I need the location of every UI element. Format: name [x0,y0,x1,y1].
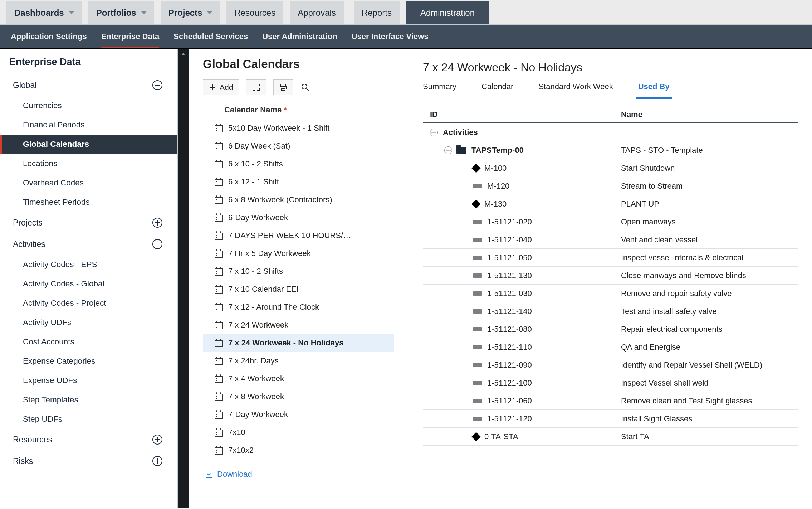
sidebar-item-currencies[interactable]: Currencies [0,96,177,115]
calendar-row[interactable]: 7 x 4 Workweek [203,370,394,388]
calendar-row[interactable]: 5x10 Day Workweek - 1 Shift [203,119,394,137]
svg-point-3 [302,84,307,89]
sidebar-item-locations[interactable]: Locations [0,154,177,173]
sidebar-item-activity-codes-eps[interactable]: Activity Codes - EPS [0,255,177,274]
calendar-row[interactable]: 7 x 24hr. Days [203,352,394,370]
sidebar-cat-activities[interactable]: Activities [0,233,177,255]
sidebar-item-expense-categories[interactable]: Expense Categories [0,352,177,371]
home-tab-resources[interactable]: Resources [226,1,283,24]
sub-tab-scheduled-services[interactable]: Scheduled Services [173,24,248,49]
usedby-row[interactable]: 1-51121-030Remove and repair safety valv… [423,285,798,302]
calendar-row[interactable]: 7 x 24 Workweek - No Holidays [203,334,394,352]
calendar-name: 6 Day Week (Sat) [228,141,290,151]
usedby-row[interactable]: 1-51121-130Close manways and Remove blin… [423,267,798,285]
calendar-row[interactable]: 7 x 10 Calendar EEI [203,280,394,298]
sidebar-item-global-calendars[interactable]: Global Calendars [0,135,177,154]
home-tab-approvals[interactable]: Approvals [290,1,344,24]
calendar-row[interactable]: 7 DAYS PER WEEK 10 HOURS/… [203,227,394,244]
home-tab-administration[interactable]: Administration [406,1,489,24]
print-button[interactable] [273,79,293,95]
task-icon [473,399,482,403]
search-button[interactable] [300,83,315,92]
usedby-row[interactable]: 1-51121-050Inspect vessel internals & el… [423,249,798,267]
col-name[interactable]: Name [616,110,798,119]
calendar-row[interactable]: 7 x 10 - 2 Shifts [203,262,394,280]
calendar-row[interactable]: 6 x 8 Workweek (Contractors) [203,191,394,209]
download-label: Download [217,470,252,479]
usedby-name: Stream to Stream [616,181,798,191]
calendar-row[interactable]: 6 Day Week (Sat) [203,137,394,155]
home-tab-projects[interactable]: Projects [161,1,220,24]
usedby-row[interactable]: TAPSTemp-00TAPS - STO - Template [423,141,798,159]
usedby-row[interactable]: M-120Stream to Stream [423,177,798,195]
sub-tab-application-settings[interactable]: Application Settings [11,24,87,49]
usedby-row[interactable]: 1-51121-020Open manways [423,213,798,231]
sub-tab-enterprise-data[interactable]: Enterprise Data [101,24,160,49]
sidebar-item-step-templates[interactable]: Step Templates [0,390,177,409]
sidebar-item-activity-udfs[interactable]: Activity UDFs [0,313,177,332]
sidebar-item-expense-udfs[interactable]: Expense UDFs [0,371,177,390]
usedby-row[interactable]: 1-51121-060Remove clean and Test Sight g… [423,392,798,410]
add-button[interactable]: Add [203,79,239,95]
collapse-icon [152,80,162,90]
collapse-icon[interactable] [430,129,438,136]
calendar-row[interactable]: 7-Day Workweek [203,406,394,423]
column-header[interactable]: Calendar Name * [203,102,394,119]
sidebar-item-step-udfs[interactable]: Step UDFs [0,409,177,429]
detail-tab-used-by[interactable]: Used By [638,82,670,98]
sub-tab-user-interface-views[interactable]: User Interface Views [352,24,429,49]
detail-tab-standard-work-week[interactable]: Standard Work Week [538,82,613,98]
collapse-icon[interactable] [444,146,452,154]
usedby-row[interactable]: 1-51121-140Test and install safety valve [423,302,798,320]
sidebar-cat-projects[interactable]: Projects [0,212,177,233]
calendar-table[interactable]: 5x10 Day Workweek - 1 Shift6 Day Week (S… [203,119,394,462]
calendar-row[interactable]: 6 x 10 - 2 Shifts [203,155,394,173]
detail-tab-summary[interactable]: Summary [423,82,456,98]
usedby-id: 1-51121-020 [487,217,532,227]
splitter[interactable] [178,49,189,508]
calendar-row[interactable]: 7x10x2 [203,441,394,459]
sidebar-item-cost-accounts[interactable]: Cost Accounts [0,332,177,352]
sidebar-item-financial-periods[interactable]: Financial Periods [0,115,177,135]
calendar-row[interactable]: 7 x 8 Workweek [203,388,394,406]
calendar-row[interactable]: 6 x 12 - 1 Shift [203,173,394,191]
usedby-id: 0-TA-STA [484,432,518,441]
sidebar-scroll[interactable]: GlobalCurrenciesFinancial PeriodsGlobal … [0,74,177,508]
sidebar-item-overhead-codes[interactable]: Overhead Codes [0,173,177,193]
usedby-row[interactable]: M-130PLANT UP [423,195,798,213]
usedby-row[interactable]: 1-51121-080Repair electrical components [423,320,798,338]
calendar-name: 5x10 Day Workweek - 1 Shift [228,123,329,133]
home-tab-dashboards[interactable]: Dashboards [6,1,82,24]
calendar-row[interactable]: 7x10 [203,423,394,441]
usedby-id: TAPSTemp-00 [471,146,524,155]
usedby-row[interactable]: 1-51121-040Vent and clean vessel [423,231,798,249]
usedby-row[interactable]: M-100Start Shutdown [423,159,798,177]
sidebar-cat-resources[interactable]: Resources [0,429,177,450]
sub-tab-user-administration[interactable]: User Administration [262,24,337,49]
calendar-row[interactable]: 7 x 24 Workweek [203,316,394,334]
col-id[interactable]: ID [423,110,616,119]
usedby-row[interactable]: 1-51121-100Inspect Vessel shell weld [423,374,798,392]
expand-button[interactable] [246,79,266,95]
home-tab-reports[interactable]: Reports [354,1,400,24]
sidebar-item-activity-codes-project[interactable]: Activity Codes - Project [0,294,177,313]
calendar-row[interactable]: 7 x 12 - Around The Clock [203,298,394,316]
usedby-row[interactable]: 0-TA-STAStart TA [423,428,798,446]
task-icon [473,345,482,349]
usedby-row[interactable]: Activities [423,123,798,141]
calendar-name: 7 x 24 Workweek [228,320,288,330]
sidebar-item-timesheet-periods[interactable]: Timesheet Periods [0,193,177,212]
sidebar-item-activity-codes-global[interactable]: Activity Codes - Global [0,274,177,294]
usedby-row[interactable]: 1-51121-120Install Sight Glasses [423,410,798,428]
calendar-row[interactable]: 7 Hr x 5 Day Workweek [203,244,394,262]
detail-title: 7 x 24 Workweek - No Holidays [423,61,798,74]
usedby-row[interactable]: 1-51121-090Identify and Repair Vessel Sh… [423,356,798,374]
home-tab-portfolios[interactable]: Portfolios [88,1,154,24]
detail-tab-calendar[interactable]: Calendar [481,82,513,98]
calendar-row[interactable]: 6-Day Workweek [203,209,394,227]
download-link[interactable]: Download [205,470,252,479]
usedby-row[interactable]: 1-51121-110QA and Energise [423,338,798,356]
usedby-id: Activities [443,128,478,137]
sidebar-cat-risks[interactable]: Risks [0,450,177,472]
sidebar-cat-global[interactable]: Global [0,74,177,96]
